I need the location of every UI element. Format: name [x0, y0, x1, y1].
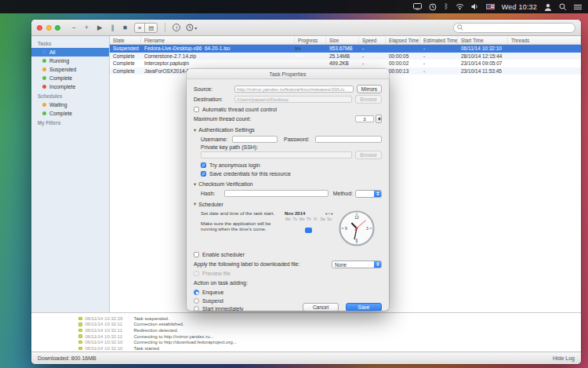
calendar-day[interactable] [292, 239, 299, 244]
column-header-state[interactable]: State [110, 36, 141, 44]
auto-thread-checkbox[interactable] [194, 107, 199, 112]
wifi-icon[interactable] [456, 3, 464, 10]
calendar-day[interactable] [312, 244, 319, 250]
sidebar-item[interactable]: Complete [31, 109, 109, 118]
table-row[interactable]: Suspended Fedora-Live-Desktop-x86_64-20-… [110, 45, 581, 53]
bluetooth-icon[interactable]: ᛒ [444, 3, 448, 10]
calendar-day[interactable] [326, 228, 333, 233]
calendar-day[interactable] [285, 228, 292, 233]
notification-center-icon[interactable] [574, 4, 582, 10]
grid-view-button[interactable]: ▤ [145, 24, 157, 32]
sidebar-item[interactable]: All [31, 48, 109, 56]
enable-scheduler-checkbox[interactable] [194, 252, 199, 257]
calendar-day[interactable] [319, 228, 326, 233]
auth-section-header[interactable]: ▾ Authentication Settings [194, 126, 382, 133]
time-machine-icon[interactable] [429, 3, 437, 11]
schedule-button[interactable]: ▾ [186, 24, 197, 31]
column-header-size[interactable]: Size [326, 36, 359, 44]
column-header-speed[interactable]: Speed [359, 36, 386, 44]
calendar-day[interactable] [326, 239, 333, 244]
calendar-day[interactable] [319, 244, 326, 250]
calendar-day[interactable] [285, 222, 292, 228]
info-button[interactable]: i [172, 24, 180, 31]
remove-task-button[interactable]: − [71, 24, 78, 32]
column-header-progress[interactable]: Progress [295, 36, 326, 44]
ssh-key-field[interactable] [201, 151, 352, 158]
sidebar-item[interactable]: Suspended [31, 65, 109, 74]
hash-field[interactable] [224, 190, 328, 197]
calendar-day[interactable] [285, 244, 292, 250]
search-field[interactable] [453, 23, 575, 33]
username-field[interactable] [232, 136, 278, 143]
search-input[interactable] [466, 25, 572, 31]
sidebar-item[interactable]: Waiting [31, 100, 109, 109]
calendar-day[interactable] [312, 233, 319, 239]
column-header-elapsed-time[interactable]: Elapsed Time [386, 36, 420, 44]
calendar-day[interactable] [299, 222, 306, 228]
calendar-day[interactable] [305, 239, 312, 244]
calendar-day[interactable] [285, 233, 292, 239]
zoom-button[interactable] [55, 25, 60, 31]
password-field[interactable] [315, 136, 382, 143]
start-task-button[interactable]: ▶ [96, 24, 104, 32]
checksum-section-header[interactable]: ▾ Checksum Verification [194, 180, 382, 188]
column-header-estimated-time[interactable]: Estimated Time [420, 36, 458, 44]
close-button[interactable] [37, 25, 42, 31]
destination-field[interactable]: /Users/papazol/Desktop [234, 96, 352, 103]
sidebar-item[interactable]: Complete [31, 74, 109, 82]
scheduler-section-header[interactable]: ▾ Scheduler [194, 201, 382, 208]
stop-task-button[interactable]: ■ [122, 24, 129, 32]
calendar-day[interactable] [319, 239, 326, 244]
spotlight-icon[interactable] [559, 3, 567, 11]
anonymous-login-checkbox[interactable] [201, 162, 206, 168]
start-immediately-radio[interactable] [194, 306, 199, 311]
calendar-prev-button[interactable]: ◂ [325, 211, 328, 216]
label-dropdown[interactable]: None [332, 261, 382, 268]
calendar-day[interactable] [299, 239, 306, 244]
minimize-button[interactable] [46, 25, 52, 31]
sidebar-item[interactable]: Running [31, 56, 109, 65]
mirrors-button[interactable]: Mirrors [357, 85, 382, 93]
column-header-threads[interactable]: Threads [508, 36, 581, 44]
calendar-day[interactable] [312, 222, 319, 228]
calendar-day[interactable] [292, 222, 299, 228]
source-field[interactable]: http://mirror.yandex.ru/fedora/linux/rel… [234, 86, 354, 93]
table-row[interactable]: Complete Cornerstone-2.7.14.zip 100% 25.… [110, 53, 581, 60]
list-view-button[interactable]: ≡ [135, 24, 145, 32]
method-dropdown[interactable] [355, 190, 382, 198]
calendar-today-button[interactable]: • [328, 211, 330, 216]
calendar-day[interactable] [319, 233, 326, 239]
calendar-day[interactable] [292, 228, 299, 233]
calendar-day[interactable] [292, 233, 299, 239]
save-credentials-checkbox[interactable] [201, 171, 206, 177]
calendar-day[interactable] [285, 239, 292, 244]
calendar-day[interactable] [326, 244, 333, 250]
display-icon[interactable] [413, 3, 422, 10]
column-header-start-time[interactable]: Start Time [458, 36, 508, 44]
us-flag-icon[interactable] [486, 4, 495, 9]
enqueue-radio[interactable] [194, 290, 199, 295]
add-task-button[interactable]: + [83, 24, 90, 32]
calendar-next-button[interactable]: ▸ [331, 211, 333, 216]
calendar-day[interactable] [292, 244, 299, 250]
calendar-day[interactable] [299, 233, 306, 239]
max-thread-field[interactable]: 3 [355, 115, 374, 122]
cancel-button[interactable]: Cancel [303, 303, 339, 311]
calendar-day[interactable] [312, 239, 319, 244]
calendar-day[interactable] [326, 222, 333, 228]
calendar-day[interactable] [319, 222, 326, 228]
suspend-radio[interactable] [194, 298, 199, 304]
sidebar-item[interactable]: Incomplete [31, 82, 109, 91]
calendar-day[interactable] [312, 228, 319, 233]
calendar-day[interactable] [305, 244, 312, 250]
pause-task-button[interactable]: ∥ [109, 24, 115, 32]
calendar-day[interactable] [326, 233, 333, 239]
user-icon[interactable] [544, 3, 552, 11]
hide-log-button[interactable]: Hide Log [553, 355, 575, 361]
thread-count-stepper[interactable] [376, 115, 382, 123]
volume-icon[interactable] [471, 3, 479, 10]
calendar-day[interactable] [299, 244, 306, 250]
column-header-filename[interactable]: Filename [141, 36, 295, 44]
calendar-day[interactable] [299, 228, 306, 233]
menubar-clock[interactable]: Wed 10:32 [502, 3, 537, 11]
